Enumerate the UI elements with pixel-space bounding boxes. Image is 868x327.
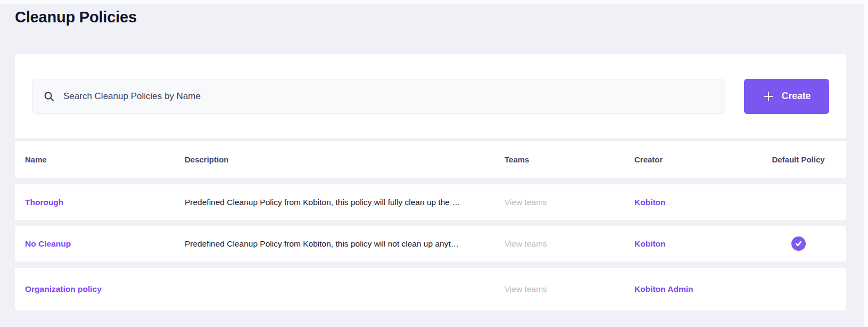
policy-name-link[interactable]: Organization policy (25, 284, 102, 293)
policy-creator: Kobiton (634, 239, 756, 249)
search-box[interactable] (32, 79, 725, 114)
policy-creator: Kobiton (634, 198, 756, 207)
default-policy-badge (791, 236, 806, 251)
view-teams-link[interactable]: View teams (505, 239, 547, 248)
policy-description: Predefined Cleanup Policy from Kobiton, … (185, 198, 505, 207)
create-button[interactable]: Create (744, 79, 829, 114)
check-icon (795, 240, 803, 248)
plus-icon (763, 91, 774, 102)
column-header-name: Name (25, 155, 185, 164)
page-edge-right (864, 0, 868, 327)
column-header-creator: Creator (634, 155, 756, 164)
table-header-row: Name Description Teams Creator Default P… (15, 141, 846, 178)
column-header-description: Description (185, 155, 505, 164)
create-button-label: Create (782, 91, 811, 102)
column-header-teams: Teams (505, 155, 634, 164)
search-input[interactable] (63, 91, 714, 102)
page-edge-top (0, 0, 868, 4)
view-teams-link[interactable]: View teams (505, 198, 547, 207)
policy-description: Predefined Cleanup Policy from Kobiton, … (185, 239, 505, 249)
page-title: Cleanup Policies (15, 9, 868, 26)
cleanup-policies-card: Create Name Description Teams Creator De… (15, 54, 846, 310)
table-row: Organization policy View teams Kobiton A… (15, 268, 846, 310)
column-header-default-policy: Default Policy (756, 155, 841, 164)
search-section: Create (15, 54, 846, 138)
view-teams-link[interactable]: View teams (505, 284, 547, 293)
policy-creator: Kobiton Admin (634, 284, 756, 294)
policy-name-link[interactable]: No Cleanup (25, 239, 71, 248)
table-row: No Cleanup Predefined Cleanup Policy fro… (15, 226, 846, 261)
table-row: Thorough Predefined Cleanup Policy from … (15, 184, 846, 220)
search-icon (43, 91, 55, 102)
policy-name-link[interactable]: Thorough (25, 198, 63, 207)
